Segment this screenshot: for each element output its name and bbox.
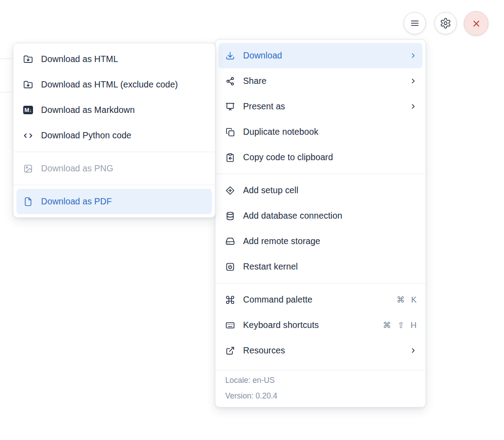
version-text: Version: 0.20.4 <box>225 392 416 400</box>
menu-item-resources[interactable]: Resources <box>219 338 422 363</box>
code-icon <box>23 131 33 141</box>
chevron-right-icon <box>409 347 417 354</box>
duplicate-icon <box>225 127 235 137</box>
menu-item-download-as-html-exclude-code[interactable]: Download as HTML (exclude code) <box>17 72 212 97</box>
menu-item-label: Download as HTML <box>41 54 207 64</box>
menu-item-share[interactable]: Share <box>219 68 422 94</box>
menu-item-label: Add database connection <box>243 211 417 221</box>
hard-drive-icon <box>225 237 235 246</box>
menu-item-present-as[interactable]: Present as <box>219 94 422 119</box>
menu-item-download-python-code[interactable]: Download Python code <box>17 123 212 148</box>
menu-item-download-as-pdf[interactable]: Download as PDF <box>17 189 212 214</box>
background-cell-border <box>0 92 13 92</box>
menu-item-label: Present as <box>243 101 401 112</box>
chevron-right-icon <box>409 52 417 59</box>
share-icon <box>225 76 235 86</box>
menu-item-label: Command palette <box>243 295 388 305</box>
menu-item-label: Download as PDF <box>41 196 207 207</box>
menu-item-duplicate-notebook[interactable]: Duplicate notebook <box>219 119 422 145</box>
chevron-right-icon <box>409 77 417 85</box>
menu-item-label: Download as Markdown <box>41 105 207 115</box>
menu-item-label: Restart kernel <box>243 262 417 272</box>
menu-item-add-setup-cell[interactable]: Add setup cell <box>219 178 422 203</box>
x-icon <box>471 18 482 29</box>
menu-item-keyboard-shortcuts[interactable]: Keyboard shortcuts ⌘ ⇧ H <box>219 312 422 338</box>
chevron-right-icon <box>409 103 417 110</box>
settings-button[interactable] <box>434 12 457 34</box>
menu-item-label: Duplicate notebook <box>243 127 417 137</box>
power-icon <box>225 262 235 272</box>
download-icon <box>225 51 235 61</box>
menu-item-label: Add setup cell <box>243 185 417 195</box>
menu-item-download[interactable]: Download <box>219 43 422 68</box>
close-button[interactable] <box>464 11 488 36</box>
file-icon <box>23 197 33 207</box>
clipboard-copy-icon <box>225 153 235 162</box>
menu-item-add-remote-storage[interactable]: Add remote storage <box>219 228 422 254</box>
external-link-icon <box>225 346 235 356</box>
locale-text: Locale: en-US <box>225 377 416 385</box>
database-icon <box>225 211 235 221</box>
menu-item-label: Resources <box>243 345 401 356</box>
menu-divider <box>215 174 426 174</box>
folder-down-icon <box>23 80 33 90</box>
folder-down-icon <box>23 54 33 64</box>
menu-item-label: Add remote storage <box>243 236 417 246</box>
keyboard-icon <box>225 320 235 330</box>
shortcut-command-shift-h: ⌘ ⇧ H <box>383 320 417 330</box>
menu-item-copy-code[interactable]: Copy code to clipboard <box>219 145 422 170</box>
hamburger-icon <box>409 18 420 29</box>
image-icon <box>23 164 33 174</box>
markdown-icon: M↓ <box>23 105 33 115</box>
menu-item-label: Copy code to clipboard <box>243 152 417 162</box>
menu-footer: Locale: en-US Version: 0.20.4 <box>215 370 426 407</box>
menu-item-label: Share <box>243 76 401 86</box>
menu-item-download-as-markdown[interactable]: M↓ Download as Markdown <box>17 97 212 123</box>
gear-icon <box>440 17 451 29</box>
menu-item-label: Download <box>243 50 401 61</box>
menu-button[interactable] <box>404 12 426 34</box>
menu-divider <box>13 152 215 152</box>
menu-item-download-as-html[interactable]: Download as HTML <box>17 46 212 72</box>
menu-item-label: Download as PNG <box>41 163 207 174</box>
download-submenu: Download as HTML Download as HTML (exclu… <box>13 43 215 218</box>
menu-item-restart-kernel[interactable]: Restart kernel <box>219 254 422 279</box>
menu-item-download-as-png: Download as PNG <box>17 156 212 181</box>
background-cell-border <box>0 58 13 59</box>
menu-divider <box>13 185 215 185</box>
presentation-icon <box>225 102 235 112</box>
menu-item-label: Keyboard shortcuts <box>243 320 375 330</box>
diamond-plus-icon <box>225 186 235 195</box>
menu-item-add-database-connection[interactable]: Add database connection <box>219 203 422 228</box>
shortcut-command-k: ⌘ K <box>397 295 417 305</box>
menu-item-command-palette[interactable]: Command palette ⌘ K <box>219 287 422 312</box>
menu-item-label: Download as HTML (exclude code) <box>41 79 207 90</box>
command-icon <box>225 295 235 305</box>
notebook-actions-menu: Download Share <box>215 39 426 407</box>
menu-item-label: Download Python code <box>41 130 207 141</box>
menu-divider <box>215 283 426 283</box>
